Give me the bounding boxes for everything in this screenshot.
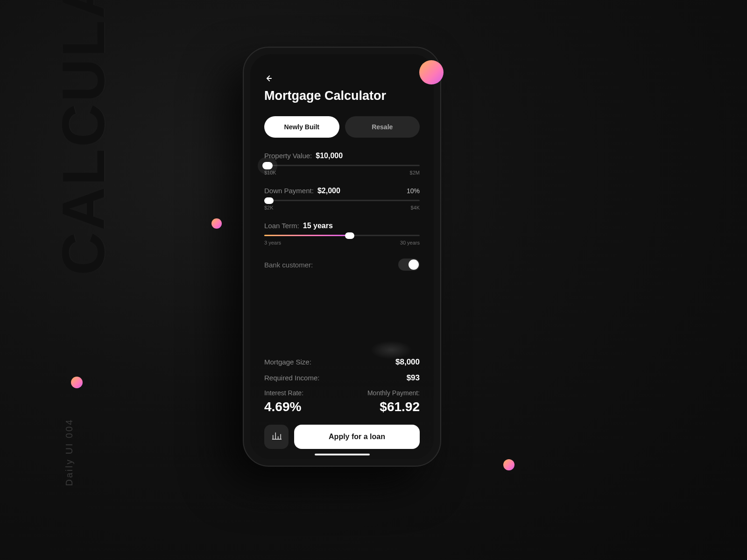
loan-term-value: 15 years [303, 222, 333, 230]
loan-term-label: Loan Term: [264, 222, 299, 230]
loan-term-max: 30 years [400, 240, 420, 245]
monthly-payment-value: $61.92 [380, 399, 420, 414]
interest-rate-value: 4.69% [264, 399, 303, 414]
property-value-min: $10K [264, 170, 276, 175]
monthly-payment-label: Monthly Payment: [367, 389, 420, 397]
required-income-value: $93 [407, 373, 420, 383]
down-payment-field: Down Payment: $2,000 10% $2K $4K [264, 187, 420, 210]
property-type-tabs: Newly Built Resale [264, 116, 420, 138]
back-button[interactable] [264, 73, 277, 86]
slider-thumb[interactable] [262, 162, 273, 169]
down-payment-amount: $2,000 [317, 187, 340, 195]
decorative-orb [71, 377, 83, 388]
down-payment-label: Down Payment: [264, 187, 314, 195]
property-value-max: $2M [410, 170, 420, 175]
required-income-label: Required Income: [264, 374, 319, 382]
decorative-big-word: CALCULATOR [49, 0, 118, 275]
apply-loan-button[interactable]: Apply for a loan [294, 425, 420, 449]
down-payment-max: $4K [410, 205, 420, 210]
page-title: Mortgage Calculator [264, 89, 420, 103]
decorative-orb [211, 218, 222, 229]
tab-newly-built[interactable]: Newly Built [264, 116, 339, 138]
loan-term-min: 3 years [264, 240, 281, 245]
slider-thumb[interactable] [345, 232, 354, 239]
mortgage-size-value: $8,000 [395, 357, 420, 367]
decorative-orb [503, 459, 514, 470]
bank-customer-toggle[interactable] [398, 259, 420, 271]
down-payment-min: $2K [264, 205, 274, 210]
phone-frame: Mortgage Calculator Newly Built Resale P… [243, 47, 441, 467]
interest-rate-label: Interest Rate: [264, 389, 303, 397]
loan-term-field: Loan Term: 15 years 3 years 30 years [264, 222, 420, 245]
loan-term-slider[interactable] [264, 235, 420, 236]
arrow-left-icon [264, 74, 274, 85]
tab-resale[interactable]: Resale [345, 116, 420, 138]
app-screen: Mortgage Calculator Newly Built Resale P… [250, 54, 434, 459]
bank-customer-row: Bank customer: [264, 259, 420, 271]
home-indicator [315, 454, 370, 455]
decorative-small-label: Daily UI 004 [64, 419, 75, 486]
property-value-field: Property Value: $10,000 $10K $2M [264, 152, 420, 175]
down-payment-slider[interactable] [264, 200, 420, 201]
slider-thumb[interactable] [264, 197, 274, 204]
decorative-orb [419, 60, 444, 84]
property-value-amount: $10,000 [316, 152, 343, 160]
down-payment-percent: 10% [407, 187, 420, 195]
property-value-slider[interactable] [264, 165, 420, 166]
chart-button[interactable] [264, 425, 289, 449]
mortgage-size-label: Mortgage Size: [264, 358, 311, 366]
bank-customer-label: Bank customer: [264, 261, 313, 269]
property-value-label: Property Value: [264, 152, 312, 160]
toggle-knob [409, 259, 419, 270]
results-panel: Mortgage Size: $8,000 Required Income: $… [250, 344, 434, 459]
bar-chart-icon [271, 431, 282, 443]
